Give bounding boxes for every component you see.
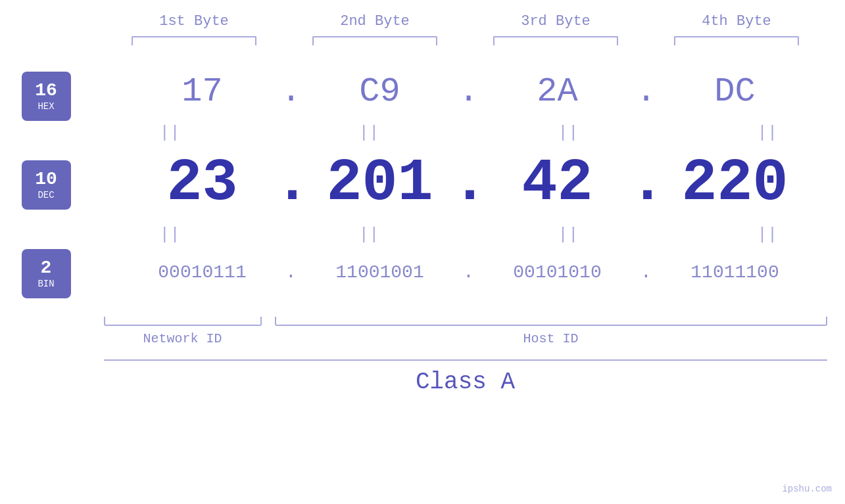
bin-dot3: . [630, 262, 663, 283]
hex-b4: DC [663, 72, 808, 111]
byte3-header: 3rd Byte [490, 13, 621, 30]
bottom-section: Network ID Host ID [104, 317, 827, 346]
hex-badge: 16 HEX [22, 72, 71, 121]
bin-dot2: . [452, 262, 485, 283]
class-divider [104, 359, 827, 361]
bracket-top-1 [132, 36, 256, 45]
byte2-header: 2nd Byte [309, 13, 441, 30]
dec-badge-label: DEC [37, 190, 54, 200]
bin-b3: 00101010 [485, 262, 630, 283]
bin-b2: 11001001 [308, 262, 452, 283]
sep1-b1: || [97, 123, 242, 143]
dec-badge: 10 DEC [22, 160, 71, 210]
network-id-bracket [104, 317, 262, 326]
class-section: Class A [104, 359, 827, 396]
hex-dot2: . [452, 72, 485, 111]
dec-badge-number: 10 [35, 170, 57, 189]
host-id-label: Host ID [275, 331, 827, 346]
host-id-bracket [275, 317, 827, 326]
bin-dot1: . [275, 262, 308, 283]
sep1-b4: || [695, 123, 840, 143]
sep2-b4: || [695, 225, 840, 244]
hex-badge-label: HEX [37, 101, 54, 112]
badges-column: 16 HEX 10 DEC 2 BIN [0, 58, 92, 311]
bin-row: 00010111 . 11001001 . 00101010 . 1101110… [92, 246, 845, 298]
hex-dot1: . [275, 72, 308, 111]
hex-b3: 2A [485, 72, 630, 111]
footer-brand: ipshu.com [782, 484, 832, 494]
dec-b2: 201 [308, 154, 452, 213]
sep2-b3: || [496, 225, 640, 244]
top-brackets [104, 36, 827, 45]
dec-b1: 23 [130, 154, 275, 213]
bracket-top-3 [493, 36, 618, 45]
bin-badge: 2 BIN [22, 249, 71, 298]
byte-headers: 1st Byte 2nd Byte 3rd Byte 4th Byte [104, 13, 827, 30]
bin-b1: 00010111 [130, 262, 275, 283]
hex-row: 17 . C9 . 2A . DC [92, 62, 845, 121]
label-gap [262, 331, 275, 346]
values-section: 17 . C9 . 2A . DC || || || || 23 [92, 58, 845, 298]
byte1-header: 1st Byte [128, 13, 260, 30]
sep-row-2: || || || || [92, 223, 845, 246]
class-label: Class A [104, 369, 827, 396]
sep2-b1: || [97, 225, 242, 244]
bottom-brackets-row [104, 317, 827, 326]
dec-row: 23 . 201 . 42 . 220 [92, 144, 845, 223]
bin-badge-number: 2 [41, 259, 52, 277]
bracket-top-2 [312, 36, 437, 45]
sep1-b3: || [496, 123, 640, 143]
hex-b1: 17 [130, 72, 275, 111]
dec-dot3: . [630, 150, 663, 217]
hex-badge-number: 16 [35, 81, 57, 100]
byte4-header: 4th Byte [671, 13, 802, 30]
bin-badge-label: BIN [37, 279, 54, 289]
dec-b4: 220 [663, 154, 808, 213]
sep-row-1: || || || || [92, 121, 845, 144]
bottom-labels-row: Network ID Host ID [104, 331, 827, 346]
dec-b3: 42 [485, 154, 630, 213]
sep1-b2: || [297, 123, 441, 143]
bracket-top-4 [674, 36, 799, 45]
dec-dot2: . [452, 150, 485, 217]
sep2-b2: || [297, 225, 441, 244]
hex-dot3: . [630, 72, 663, 111]
dec-dot1: . [275, 150, 308, 217]
bin-b4: 11011100 [663, 262, 808, 283]
hex-b2: C9 [308, 72, 452, 111]
network-id-label: Network ID [104, 331, 262, 346]
main-container: 1st Byte 2nd Byte 3rd Byte 4th Byte 16 H… [0, 0, 845, 504]
